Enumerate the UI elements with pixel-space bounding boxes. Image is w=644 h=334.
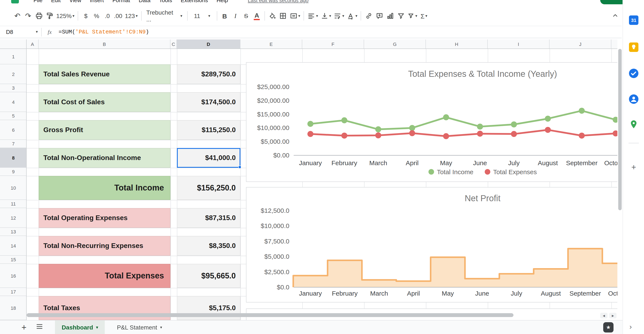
- row-header-13[interactable]: 13: [0, 228, 26, 236]
- horizontal-scrollbar-thumb[interactable]: [26, 313, 514, 317]
- add-sheet-button[interactable]: +: [22, 323, 26, 332]
- cell-B12-label[interactable]: Total Operating Expenses: [39, 208, 170, 228]
- menu-view[interactable]: View: [69, 0, 81, 3]
- percent-format-button[interactable]: %: [91, 10, 102, 22]
- row-header-10[interactable]: 10: [0, 176, 26, 200]
- row-header-18[interactable]: 18: [0, 296, 26, 320]
- row-header-15[interactable]: 15: [0, 256, 26, 264]
- row-header-8[interactable]: 8: [0, 148, 26, 168]
- functions-button[interactable]: Σ▾: [418, 10, 429, 22]
- scroll-right-button[interactable]: ▸: [609, 313, 616, 318]
- bold-button[interactable]: B: [219, 10, 230, 22]
- menu-help[interactable]: Help: [216, 0, 228, 3]
- cell-B4-label[interactable]: Total Cost of Sales: [39, 92, 170, 112]
- paint-format-button[interactable]: [44, 10, 55, 22]
- hide-menus-button[interactable]: [610, 9, 620, 21]
- strikethrough-button[interactable]: S: [241, 10, 251, 22]
- undo-button[interactable]: ↶: [12, 10, 23, 22]
- calendar-icon[interactable]: 31: [628, 15, 639, 25]
- row-header-9[interactable]: 9: [0, 168, 26, 176]
- row-header-7[interactable]: 7: [0, 140, 26, 148]
- menu-tools[interactable]: Tools: [159, 0, 172, 3]
- cell-D2-value[interactable]: $289,750.0: [177, 64, 240, 84]
- row-header-1[interactable]: 1: [0, 49, 26, 64]
- contacts-icon[interactable]: [628, 94, 639, 104]
- show-side-panel-button[interactable]: ›: [630, 323, 632, 331]
- tab-pl-statement[interactable]: P&L Statement▾: [113, 324, 166, 331]
- column-header-I[interactable]: I: [488, 39, 550, 49]
- menu-file[interactable]: File: [34, 0, 42, 3]
- selected-cell-D8[interactable]: [177, 148, 240, 168]
- select-all-corner[interactable]: [0, 39, 26, 49]
- print-button[interactable]: [34, 10, 44, 22]
- row-header-12[interactable]: 12: [0, 208, 26, 228]
- row-header-17[interactable]: 17: [0, 288, 26, 296]
- column-header-B[interactable]: B: [39, 39, 170, 49]
- last-edit-link[interactable]: Last edit was seconds ago: [248, 0, 308, 3]
- row-header-11[interactable]: 11: [0, 200, 26, 208]
- vertical-scrollbar[interactable]: [618, 39, 622, 320]
- create-filter-button[interactable]: [396, 10, 406, 22]
- tab-menu-caret[interactable]: ▾: [96, 326, 98, 329]
- merge-cells-button[interactable]: ▾: [288, 10, 302, 22]
- text-wrap-button[interactable]: ▾: [332, 10, 346, 22]
- fill-handle[interactable]: [238, 166, 241, 169]
- horizontal-align-button[interactable]: ▾: [306, 10, 319, 22]
- borders-button[interactable]: [278, 10, 288, 22]
- row-header-6[interactable]: 6: [0, 120, 26, 140]
- cell-D6-value[interactable]: $115,250.0: [177, 120, 240, 140]
- font-size-select[interactable]: 11▾: [190, 10, 214, 22]
- menu-extensions[interactable]: Extensions: [181, 0, 208, 3]
- cell-B8-label[interactable]: Total Non-Operational Income: [39, 148, 170, 168]
- cell-D12-value[interactable]: $87,315.0: [177, 208, 240, 228]
- tab-menu-caret[interactable]: ▾: [160, 326, 162, 329]
- cell-B2-label[interactable]: Total Sales Revenue: [39, 64, 170, 84]
- cell-B6-label[interactable]: Gross Profit: [39, 120, 170, 140]
- sheets-logo-icon[interactable]: [11, 0, 19, 3]
- cell-B10-label[interactable]: Total Income: [39, 176, 170, 200]
- get-add-ons-button[interactable]: +: [628, 162, 639, 172]
- chart-net-profit[interactable]: $0.0$2,500.0$5,000.0$7,500.0$10,000.0$12…: [246, 187, 618, 303]
- cell-D10-value[interactable]: $156,250.0: [177, 176, 240, 200]
- column-header-F[interactable]: F: [302, 39, 364, 49]
- row-header-4[interactable]: 4: [0, 92, 26, 112]
- row-header-3[interactable]: 3: [0, 84, 26, 92]
- menu-edit[interactable]: Edit: [51, 0, 61, 3]
- name-box[interactable]: D8▾: [0, 29, 41, 35]
- keep-icon[interactable]: [628, 42, 639, 52]
- all-sheets-button[interactable]: [36, 324, 43, 331]
- column-header-H[interactable]: H: [426, 39, 488, 49]
- row-header-5[interactable]: 5: [0, 112, 26, 120]
- row-header-14[interactable]: 14: [0, 236, 26, 256]
- insert-comment-button[interactable]: [374, 10, 385, 22]
- cell-B16-label[interactable]: Total Expenses: [39, 264, 170, 288]
- maps-icon[interactable]: [628, 120, 639, 130]
- insert-chart-button[interactable]: [385, 10, 396, 22]
- menu-data[interactable]: Data: [139, 0, 150, 3]
- filter-views-button[interactable]: ▾: [406, 10, 418, 22]
- chart-total-expenses-income[interactable]: $0.00$5,000.00$10,000.00$15,000.00$20,00…: [246, 62, 618, 182]
- vertical-align-button[interactable]: ▾: [320, 10, 332, 22]
- cell-D4-value[interactable]: $174,500.0: [177, 92, 240, 112]
- formula-input[interactable]: =SUM('P&L Statement'!C9:N9): [58, 29, 149, 35]
- scroll-left-button[interactable]: ◂: [600, 313, 608, 318]
- italic-button[interactable]: I: [230, 10, 241, 22]
- text-color-button[interactable]: A: [251, 10, 262, 22]
- column-header-J[interactable]: J: [550, 39, 611, 49]
- column-header-A[interactable]: A: [26, 39, 39, 49]
- column-header-G[interactable]: G: [364, 39, 426, 49]
- insert-link-button[interactable]: [364, 10, 374, 22]
- text-rotation-button[interactable]: ▾: [346, 10, 359, 22]
- tab-dashboard[interactable]: Dashboard▾: [55, 320, 105, 334]
- column-headers[interactable]: ABCDEFGHIJ: [26, 39, 618, 49]
- cell-B14-label[interactable]: Total Non-Recurring Expenses: [39, 236, 170, 256]
- menu-insert[interactable]: Insert: [90, 0, 104, 3]
- column-header-D[interactable]: D: [177, 39, 240, 49]
- fill-color-button[interactable]: [267, 10, 278, 22]
- column-header-C[interactable]: C: [170, 39, 177, 49]
- row-header-16[interactable]: 16: [0, 264, 26, 288]
- zoom-select[interactable]: 125%▾: [55, 10, 76, 22]
- tasks-icon[interactable]: [628, 68, 639, 78]
- vertical-scrollbar-thumb[interactable]: [618, 49, 622, 210]
- cell-D14-value[interactable]: $8,350.0: [177, 236, 240, 256]
